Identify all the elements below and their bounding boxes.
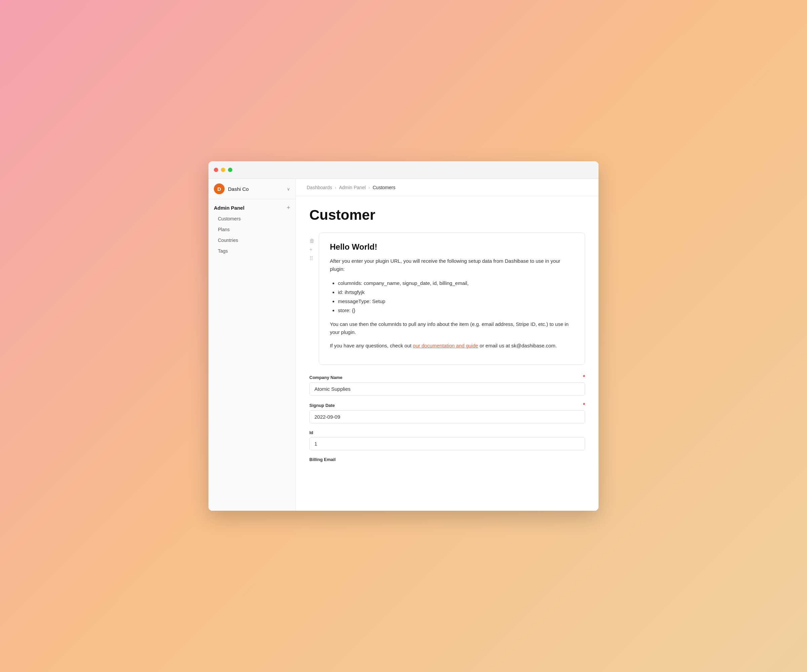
app-window: D Dashi Co ∨ Admin Panel + Customers Pla… (208, 161, 599, 511)
plugin-card-actions: 🗑 + ⠿ (309, 233, 315, 262)
field-billing-email: Billing Email (309, 457, 585, 462)
field-id: Id (309, 430, 585, 450)
field-signup-date: Signup Date * (309, 402, 585, 423)
plugin-card: Hello World! After you enter your plugin… (319, 233, 585, 365)
sidebar-item-plans[interactable]: Plans (211, 224, 293, 235)
billing-email-label: Billing Email (309, 457, 335, 462)
plugin-card-body2-before: If you have any questions, check out (330, 343, 413, 348)
sidebar-section-title: Admin Panel (214, 205, 244, 211)
workspace-header[interactable]: D Dashi Co ∨ (208, 179, 296, 199)
breadcrumb-sep-2: › (369, 185, 370, 190)
list-item: messageType: Setup (338, 297, 574, 306)
id-input[interactable] (309, 437, 585, 450)
breadcrumb-admin-panel[interactable]: Admin Panel (339, 185, 365, 190)
id-label: Id (309, 430, 314, 435)
plugin-card-body1: You can use then the columnIds to pull a… (330, 320, 574, 336)
plugin-card-body2: If you have any questions, check out our… (330, 342, 574, 350)
breadcrumb: Dashboards › Admin Panel › Customers (296, 179, 599, 196)
trash-icon[interactable]: 🗑 (309, 238, 315, 244)
plugin-card-wrapper: 🗑 + ⠿ Hello World! After you enter your … (309, 233, 585, 365)
sidebar-section-admin: Admin Panel + Customers Plans Countries … (208, 199, 296, 259)
maximize-button[interactable] (228, 168, 232, 172)
list-item: id: ihrtsgfyjk (338, 288, 574, 297)
plugin-card-list: columnIds: company_name, signup_date, id… (330, 278, 574, 315)
field-company-name: Company Name * (309, 374, 585, 396)
list-item: store: {} (338, 306, 574, 315)
app-body: D Dashi Co ∨ Admin Panel + Customers Pla… (208, 179, 599, 511)
breadcrumb-customers[interactable]: Customers (373, 185, 395, 190)
company-name-input[interactable] (309, 382, 585, 396)
content-area: Customer 🗑 + ⠿ Hello World! After you en… (296, 196, 599, 511)
plugin-card-title: Hello World! (330, 242, 574, 252)
sidebar: D Dashi Co ∨ Admin Panel + Customers Pla… (208, 179, 296, 511)
minimize-button[interactable] (221, 168, 225, 172)
signup-date-input[interactable] (309, 410, 585, 423)
titlebar (208, 161, 599, 179)
sidebar-section-header: Admin Panel + (208, 205, 296, 214)
company-name-label: Company Name (309, 375, 342, 380)
signup-date-required: * (583, 402, 585, 408)
workspace-avatar: D (214, 184, 224, 194)
documentation-link[interactable]: our documentation and guide (413, 343, 478, 348)
traffic-lights (214, 168, 232, 172)
sidebar-item-tags[interactable]: Tags (211, 246, 293, 257)
workspace-name: Dashi Co (228, 186, 284, 192)
plus-icon[interactable]: + (309, 247, 315, 253)
plugin-card-intro: After you enter your plugin URL, you wil… (330, 257, 574, 273)
drag-dots-icon[interactable]: ⠿ (309, 255, 315, 262)
plugin-card-body2-after: or email us at sk@dashibase.com. (478, 343, 557, 348)
signup-date-label: Signup Date (309, 403, 335, 408)
page-title: Customer (309, 207, 585, 223)
breadcrumb-dashboards[interactable]: Dashboards (307, 185, 332, 190)
sidebar-item-customers[interactable]: Customers (211, 214, 293, 224)
chevron-down-icon: ∨ (287, 187, 290, 192)
close-button[interactable] (214, 168, 218, 172)
breadcrumb-sep-1: › (335, 185, 337, 190)
company-name-required: * (583, 374, 585, 380)
list-item: columnIds: company_name, signup_date, id… (338, 278, 574, 288)
sidebar-add-button[interactable]: + (287, 205, 290, 211)
sidebar-item-countries[interactable]: Countries (211, 235, 293, 246)
main-content: Dashboards › Admin Panel › Customers Cus… (296, 179, 599, 511)
